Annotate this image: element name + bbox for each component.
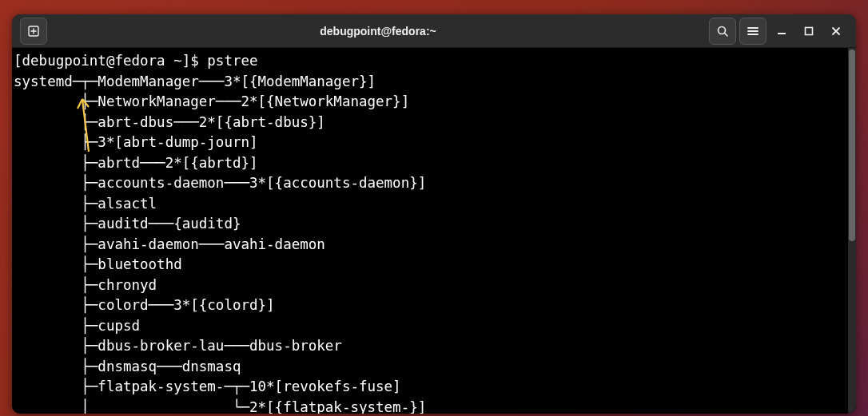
scrollbar-thumb[interactable] (849, 50, 855, 241)
search-button[interactable] (709, 18, 736, 45)
pstree-line: ├─cupsd (14, 318, 140, 334)
pstree-line: ├─dbus-broker-lau───dbus-broker (14, 338, 342, 354)
pstree-line: ├─flatpak-system-─┬─10*[revokefs-fuse] (14, 378, 401, 394)
terminal-window: debugpoint@fedora:~ (12, 14, 856, 414)
menu-button[interactable] (739, 18, 766, 45)
pstree-line: ├─NetworkManager───2*[{NetworkManager}] (14, 93, 409, 109)
close-button[interactable] (822, 18, 850, 45)
scrollbar[interactable] (848, 48, 856, 414)
plus-icon (27, 25, 40, 38)
maximize-icon (804, 26, 814, 36)
hamburger-icon (747, 25, 759, 38)
pstree-line: ├─alsactl (14, 196, 157, 212)
close-icon (831, 26, 841, 36)
pstree-line: ├─bluetoothd (14, 256, 182, 272)
maximize-button[interactable] (795, 18, 822, 45)
terminal-output[interactable]: [debugpoint@fedora ~]$ pstree systemd─┬─… (12, 48, 856, 414)
pstree-line: ├─colord───3*[{colord}] (14, 297, 275, 313)
pstree-line: systemd─┬─ModemManager───3*[{ModemManage… (14, 73, 376, 89)
shell-prompt: [debugpoint@fedora ~]$ (14, 53, 207, 69)
pstree-line: ├─3*[abrt-dump-journ] (14, 134, 258, 150)
pstree-line: ├─avahi-daemon───avahi-daemon (14, 236, 325, 252)
minimize-button[interactable] (768, 18, 795, 45)
svg-rect-2 (806, 27, 813, 34)
pstree-line: ├─dnsmasq───dnsmasq (14, 359, 241, 374)
typed-command: pstree (207, 53, 257, 69)
pstree-line: ├─chronyd (14, 277, 157, 293)
pstree-line: │ └─2*[{flatpak-system-}] (14, 399, 426, 414)
minimize-icon (777, 26, 786, 36)
pstree-line: ├─abrt-dbus───2*[{abrt-dbus}] (14, 114, 325, 130)
new-tab-button[interactable] (20, 18, 47, 45)
pstree-line: ├─abrtd───2*[{abrtd}] (14, 155, 258, 171)
window-title: debugpoint@fedora:~ (49, 25, 707, 38)
pstree-line: ├─auditd───{auditd} (14, 216, 241, 232)
titlebar: debugpoint@fedora:~ (12, 14, 856, 48)
pstree-line: ├─accounts-daemon───3*[{accounts-daemon}… (14, 175, 426, 191)
search-icon (716, 25, 729, 38)
